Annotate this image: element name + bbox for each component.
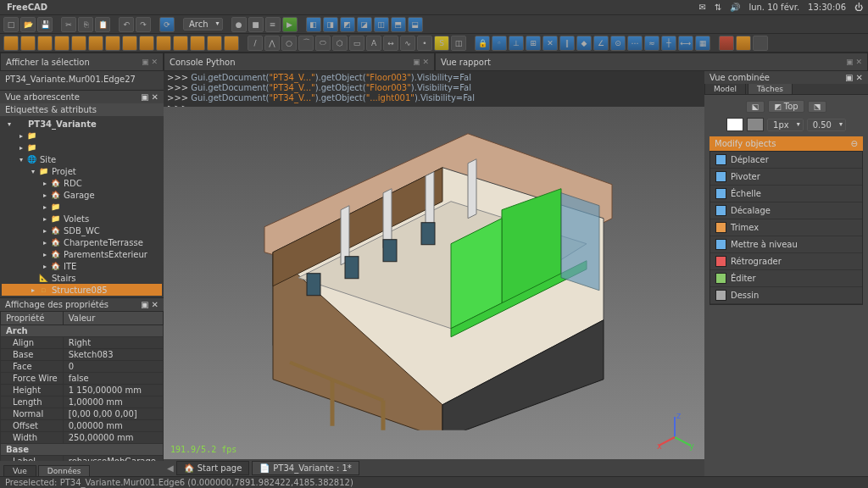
draft-arc-button[interactable]: ⌒ [298, 36, 314, 51]
tree-node[interactable]: ▸🏠Garage [2, 189, 162, 201]
property-row[interactable]: AlignRight [1, 337, 164, 349]
snap-mid-button[interactable]: ◦ [492, 36, 507, 51]
property-row[interactable]: Height1 150,00000 mm [1, 385, 164, 396]
redo-button[interactable]: ↷ [136, 17, 151, 32]
python-console[interactable]: >>> Gui.getDocument("PT34_V...").getObje… [164, 71, 704, 107]
view-right-button[interactable]: ◪ [357, 17, 372, 32]
tree-node[interactable]: ▸📁 [2, 141, 162, 153]
property-row[interactable]: Arch [1, 325, 164, 337]
tree-panel-close[interactable]: ▣ ✕ [141, 92, 159, 102]
tree-node[interactable]: ▸📁 [2, 130, 162, 141]
snap-near-button[interactable]: ≈ [644, 36, 659, 51]
opacity-select[interactable]: 0.50 [807, 119, 846, 131]
paste-button[interactable]: 📋 [95, 17, 110, 32]
workbench-selector[interactable]: Arch [183, 18, 223, 30]
tree-node[interactable]: ▸🏠ITE [2, 260, 162, 272]
property-row[interactable]: Force Wirefalse [1, 373, 164, 385]
arch-building-button[interactable] [71, 36, 86, 51]
macro-play-button[interactable]: ▶ [282, 17, 298, 32]
copy-button[interactable]: ⎘ [78, 17, 93, 32]
tree-node[interactable]: ▾🌐Site [2, 153, 162, 165]
arch-section-button[interactable] [156, 36, 171, 51]
snap-grid-button[interactable]: ⊞ [526, 36, 541, 51]
snap-cen-button[interactable]: ⊙ [610, 36, 626, 51]
modify-item[interactable]: Déplacer [710, 152, 862, 169]
property-body[interactable]: PropriétéValeurArchAlignRightBaseSketch0… [0, 311, 164, 461]
doctab-start[interactable]: 🏠Start page [176, 461, 250, 475]
modify-item[interactable]: Dessin [710, 287, 862, 304]
report-panel-close[interactable]: ▣ ✕ [846, 58, 862, 66]
property-row[interactable]: Base [1, 444, 164, 456]
snap-par-button[interactable]: ∥ [559, 36, 575, 51]
power-icon[interactable]: ⏻ [854, 3, 863, 12]
modify-item[interactable]: Éditer [710, 270, 862, 287]
tree-node[interactable]: ▸📁Volets [2, 213, 162, 225]
modify-item[interactable]: Décalage [710, 202, 862, 219]
view-top-button-2[interactable]: ◩ Top [768, 100, 804, 113]
arch-stairs-button[interactable] [190, 36, 205, 51]
arch-panel-button[interactable] [207, 36, 222, 51]
property-panel-close[interactable]: ▣ ✕ [141, 300, 159, 309]
undo-button[interactable]: ↶ [119, 17, 134, 32]
macro-list-button[interactable]: ≡ [265, 17, 281, 32]
property-row[interactable]: BaseSketch083 [1, 349, 164, 361]
arch-frame-button[interactable] [224, 36, 239, 51]
modify-item[interactable]: Trimex [710, 219, 862, 236]
facecolor-swatch[interactable] [726, 118, 743, 131]
tab-view[interactable]: Vue [3, 465, 36, 476]
macro-stop-button[interactable]: ■ [248, 17, 264, 32]
draft-string-button[interactable]: S [434, 36, 449, 51]
cut-button[interactable]: ✂ [61, 17, 76, 32]
combo-panel-close[interactable]: ▣ ✕ [845, 73, 863, 82]
arch-site-button[interactable] [88, 36, 103, 51]
app-icon-2[interactable] [736, 36, 751, 51]
property-row[interactable]: Length1,00000 mm [1, 396, 164, 408]
modify-header[interactable]: Modify objects ⊖ [709, 136, 863, 151]
tree-node[interactable]: ▸📁 [2, 201, 162, 213]
property-row[interactable]: Face0 [1, 361, 164, 373]
tree-node[interactable]: ▸🏠ParementsExterieur [2, 248, 162, 260]
view-front-button[interactable]: ◨ [323, 17, 338, 32]
tab-model[interactable]: Model [704, 84, 746, 94]
snap-end-button[interactable]: ◆ [576, 36, 592, 51]
view-next-button[interactable]: ⬔ [808, 101, 827, 113]
draft-wire-button[interactable]: ⋀ [264, 36, 280, 51]
arch-rebar-button[interactable] [37, 36, 53, 51]
selection-panel-close[interactable]: ▣ ✕ [142, 58, 158, 66]
refresh-button[interactable]: ⟳ [159, 17, 175, 32]
snap-ext-button[interactable]: ⋯ [627, 36, 643, 51]
draft-text-button[interactable]: A [366, 36, 381, 51]
modify-item[interactable]: Échelle [710, 186, 862, 202]
tree-body[interactable]: ▾PT34_Variante▸📁▸📁▾🌐Site▾📁Projet▸🏠RDC▸🏠G… [0, 116, 164, 297]
view-iso-button[interactable]: ◧ [306, 17, 321, 32]
view-prev-button[interactable]: ⬕ [746, 101, 765, 113]
modify-item[interactable]: Rétrograder [710, 253, 862, 270]
draft-point-button[interactable]: • [417, 36, 432, 51]
snap-perp-button[interactable]: ⊥ [509, 36, 524, 51]
draft-circle-button[interactable]: ○ [281, 36, 297, 51]
tree-node[interactable]: ▸🏠SDB_WC [2, 225, 162, 236]
arch-roof-button[interactable] [122, 36, 137, 51]
draft-facebinder-button[interactable]: ◫ [451, 36, 466, 51]
snap-ortho-button[interactable]: ┼ [661, 36, 676, 51]
arch-space-button[interactable] [173, 36, 188, 51]
snap-int-button[interactable]: ✕ [542, 36, 558, 51]
draft-dim-button[interactable]: ↔ [383, 36, 398, 51]
app-icon-1[interactable] [719, 36, 734, 51]
tab-tasks[interactable]: Tâches [748, 84, 793, 94]
draft-line-button[interactable]: / [248, 36, 263, 51]
snap-dim-button[interactable]: ⟷ [678, 36, 693, 51]
property-row[interactable]: Offset0,00000 mm [1, 420, 164, 432]
tab-data[interactable]: Données [38, 465, 91, 476]
draft-polygon-button[interactable]: ⬡ [332, 36, 348, 51]
tree-node[interactable]: ▾PT34_Variante [2, 118, 162, 130]
tree-node[interactable]: ▸▫Structure085 [2, 284, 162, 296]
arch-wall-button[interactable] [3, 36, 19, 51]
app-icon-3[interactable] [753, 36, 768, 51]
tree-node[interactable]: ▸🏠CharpenteTerrasse [2, 236, 162, 248]
view-left-button[interactable]: ⬓ [408, 17, 423, 32]
property-row[interactable]: Normal[0,00 0,00 0,00] [1, 408, 164, 420]
new-button[interactable]: □ [3, 17, 19, 32]
linecolor-swatch[interactable] [747, 118, 764, 131]
arch-floor-button[interactable] [54, 36, 70, 51]
